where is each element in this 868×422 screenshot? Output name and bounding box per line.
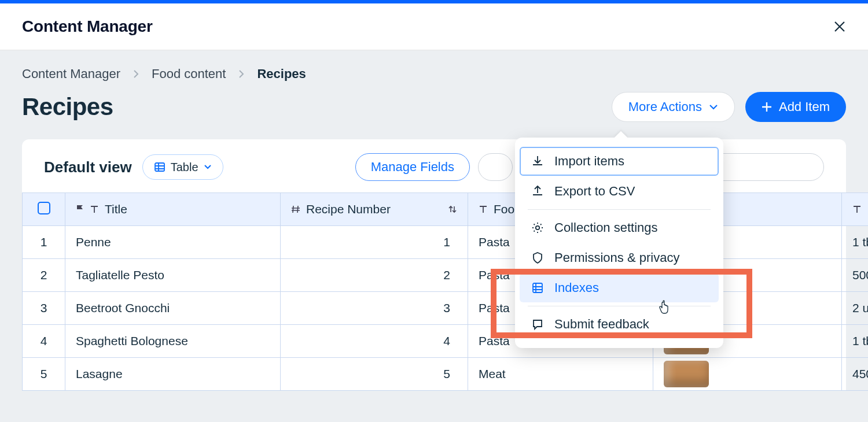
more-actions-menu: Import items Export to CSV Collection se…: [515, 138, 723, 348]
svg-rect-0: [155, 163, 164, 171]
page-header: Content Manager: [0, 3, 868, 50]
table-row[interactable]: 3Beetroot Gnocchi3Pasta2 unco: [23, 292, 869, 325]
cell-food-type[interactable]: Meat: [468, 358, 653, 391]
chat-icon: [531, 318, 544, 331]
more-actions-button[interactable]: More Actions: [612, 92, 735, 122]
cell-recipe-number[interactable]: 1: [281, 226, 468, 259]
svg-rect-2: [533, 283, 542, 293]
chevron-down-icon: [204, 165, 211, 169]
menu-item-permissions[interactable]: Permissions & privacy: [520, 243, 719, 272]
table-row[interactable]: 4Spaghetti Bolognese4Pasta1 tbsp: [23, 325, 869, 358]
menu-separator: [528, 209, 711, 210]
cell-title[interactable]: Beetroot Gnocchi: [65, 292, 281, 325]
add-item-label: Add Item: [779, 99, 830, 114]
checkbox-icon[interactable]: [38, 202, 50, 214]
row-number: 1: [23, 226, 65, 259]
table-row[interactable]: 2Tagliatelle Pesto2Pasta500g p: [23, 259, 869, 292]
breadcrumb-item[interactable]: Food content: [152, 66, 226, 82]
cell-recipe-number[interactable]: 2: [281, 259, 468, 292]
menu-item-indexes[interactable]: Indexes: [520, 273, 719, 302]
column-header-ingredients[interactable]: Ing: [842, 193, 869, 226]
chevron-down-icon: [709, 104, 718, 110]
menu-item-export[interactable]: Export to CSV: [520, 177, 719, 206]
indexes-icon: [531, 282, 544, 294]
chevron-right-icon: [133, 70, 139, 78]
cell-ingredients[interactable]: 2 unco: [842, 292, 869, 325]
add-item-button[interactable]: Add Item: [745, 92, 846, 122]
more-actions-label: More Actions: [628, 99, 702, 114]
cell-image[interactable]: [653, 358, 842, 391]
data-table: Title Recipe Number Food T: [22, 193, 868, 391]
view-selector[interactable]: Table: [142, 154, 223, 180]
shield-icon: [531, 251, 544, 264]
svg-point-1: [536, 226, 539, 229]
select-all-header[interactable]: [23, 193, 65, 226]
cell-ingredients[interactable]: 1 tbsp: [842, 325, 869, 358]
plus-icon: [762, 102, 772, 112]
cell-title[interactable]: Lasagne: [65, 358, 281, 391]
thumbnail-image: [664, 361, 709, 387]
cell-title[interactable]: Penne: [65, 226, 281, 259]
cell-ingredients[interactable]: 500g p: [842, 259, 869, 292]
breadcrumb-item-current: Recipes: [257, 66, 306, 82]
download-icon: [531, 155, 544, 168]
sort-icon[interactable]: [448, 205, 457, 214]
row-number: 3: [23, 292, 65, 325]
cell-recipe-number[interactable]: 5: [281, 358, 468, 391]
chevron-right-icon: [238, 70, 244, 78]
cell-title[interactable]: Tagliatelle Pesto: [65, 259, 281, 292]
view-label: Default view: [44, 158, 132, 176]
gear-icon: [531, 221, 544, 234]
row-number: 5: [23, 358, 65, 391]
breadcrumb: Content Manager Food content Recipes: [22, 66, 846, 82]
manage-fields-button[interactable]: Manage Fields: [355, 153, 470, 181]
page-title: Recipes: [22, 93, 113, 121]
row-number: 4: [23, 325, 65, 358]
breadcrumb-item[interactable]: Content Manager: [22, 66, 120, 82]
app-title: Content Manager: [22, 17, 153, 36]
flag-icon: [76, 205, 84, 214]
menu-separator: [528, 306, 711, 306]
view-type-label: Table: [171, 161, 198, 174]
menu-item-import[interactable]: Import items: [520, 147, 719, 176]
table-icon: [155, 162, 165, 172]
hash-icon: [291, 205, 300, 214]
column-header-title[interactable]: Title: [65, 193, 281, 226]
column-header-recipe-number[interactable]: Recipe Number: [281, 193, 468, 226]
row-number: 2: [23, 259, 65, 292]
upload-icon: [531, 185, 544, 198]
cell-ingredients[interactable]: 450g le: [842, 358, 869, 391]
cell-title[interactable]: Spaghetti Bolognese: [65, 325, 281, 358]
title-row: Recipes More Actions Add Item: [22, 92, 846, 122]
cell-recipe-number[interactable]: 4: [281, 325, 468, 358]
text-type-icon: [852, 205, 862, 214]
close-icon[interactable]: [833, 20, 846, 33]
table-row[interactable]: 5Lasagne5Meat450g le: [23, 358, 869, 391]
cell-recipe-number[interactable]: 3: [281, 292, 468, 325]
toolbar-pill[interactable]: [478, 153, 513, 181]
table-row[interactable]: 1Penne1Pasta1 tbsp: [23, 226, 869, 259]
cell-ingredients[interactable]: 1 tbsp: [842, 226, 869, 259]
menu-item-feedback[interactable]: Submit feedback: [520, 310, 719, 339]
canvas: Content Manager Food content Recipes Rec…: [0, 50, 868, 422]
menu-item-collection-settings[interactable]: Collection settings: [520, 213, 719, 242]
text-type-icon: [90, 205, 99, 214]
text-type-icon: [479, 205, 488, 214]
